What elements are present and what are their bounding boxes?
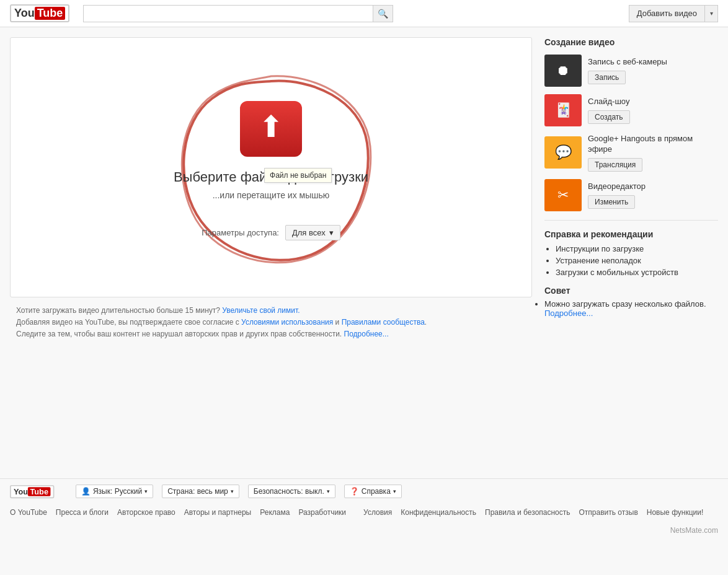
search-area: 🔍: [83, 5, 393, 22]
upload-arrow-icon: ⬆: [259, 112, 283, 142]
tip-text-pre: Можно загружать сразу несколько файлов.: [544, 299, 706, 309]
chevron-down-icon: ▾: [710, 10, 713, 17]
upload-footer: Хотите загружать видео длительностью бол…: [10, 297, 532, 345]
footer-link-privacy[interactable]: Конфиденциальность: [401, 508, 476, 517]
scissors-icon: ✂: [557, 187, 569, 203]
access-dropdown[interactable]: Для всех ▾: [285, 225, 340, 240]
footer-link-new-features[interactable]: Новые функции!: [647, 508, 704, 517]
add-video-dropdown-button[interactable]: ▾: [704, 5, 718, 22]
slideshow-card-content: Слайд-шоу Создать: [588, 97, 718, 124]
hangout-thumbnail: 💬: [544, 136, 582, 169]
footer-line2-mid: и: [333, 318, 341, 327]
footer-link-feedback[interactable]: Отправить отзыв: [579, 508, 638, 517]
footer-link-creators[interactable]: Авторы и партнеры: [184, 508, 252, 517]
hangout-card: 💬 Google+ Hangouts в прямом эфире Трансл…: [544, 134, 718, 172]
terms-link[interactable]: Условиями использования: [241, 318, 333, 327]
webcam-record-button[interactable]: Запись: [588, 71, 626, 84]
webcam-thumbnail: ⏺: [544, 55, 582, 87]
help-title: Справка и рекомендации: [544, 229, 718, 239]
slideshow-card: 🃏 Слайд-шоу Создать: [544, 94, 718, 126]
editor-thumbnail: ✂: [544, 179, 582, 211]
footer-link-copyright[interactable]: Авторское право: [117, 508, 175, 517]
help-label: Справка: [362, 487, 391, 496]
hangout-title: Google+ Hangouts в прямом эфире: [588, 134, 718, 155]
footer-link-press[interactable]: Пресса и блоги: [56, 508, 109, 517]
footer-link-terms[interactable]: Условия: [363, 508, 392, 517]
webcam-icon: ⏺: [556, 63, 570, 79]
footer-logo: YouTube: [10, 484, 62, 499]
main-content: ⬆ Выберите файлы для загрузки ...или пер…: [0, 27, 728, 354]
footer-link-about[interactable]: О YouTube: [10, 508, 47, 517]
country-label: Страна: весь мир: [167, 487, 228, 496]
logo-tube: Tube: [35, 7, 66, 20]
help-chevron-icon: ▾: [393, 488, 396, 494]
help-button[interactable]: ❓ Справка ▾: [344, 485, 402, 498]
footer-link-developers[interactable]: Разработчики: [298, 508, 346, 517]
editor-edit-button[interactable]: Изменить: [588, 195, 635, 209]
increase-limit-link[interactable]: Увеличьте свой лимит.: [222, 306, 300, 315]
header-right: Добавить видео ▾: [629, 5, 718, 22]
upload-icon: ⬆: [240, 101, 302, 157]
help-item-1: Инструкции по загрузке: [556, 244, 718, 253]
upload-box[interactable]: ⬆ Выберите файлы для загрузки ...или пер…: [10, 37, 532, 297]
add-video-button[interactable]: Добавить видео: [629, 5, 704, 22]
file-not-selected-tooltip: Файл не выбран: [264, 168, 332, 183]
access-label: Параметры доступа:: [202, 228, 279, 237]
sidebar-divider: [544, 220, 718, 221]
copyright-link[interactable]: Подробнее...: [344, 330, 389, 338]
footer-line1-pre: Хотите загружать видео длительностью бол…: [16, 306, 222, 315]
footer-logo-you: You: [14, 487, 28, 496]
hangout-icon: 💬: [555, 144, 572, 160]
header: YouTube 🔍 Добавить видео ▾: [0, 0, 728, 27]
tip-item: Можно загружать сразу несколько файлов. …: [544, 299, 718, 318]
editor-card-content: Видеоредактор Изменить: [588, 182, 718, 209]
footer-line3-pre: Следите за тем, чтобы ваш контент не нар…: [16, 330, 344, 338]
slideshow-icon: 🃏: [555, 102, 572, 118]
access-row: Параметры доступа: Для всех ▾: [202, 225, 340, 240]
footer-logo-tube: Tube: [28, 487, 50, 496]
logo-area: YouTube: [10, 4, 69, 22]
language-label: Язык: Русский: [93, 487, 142, 496]
logo-you: You: [14, 7, 35, 20]
footer-link-advertising[interactable]: Реклама: [260, 508, 290, 517]
help-item-3: Загрузки с мобильных устройств: [556, 268, 718, 277]
language-selector[interactable]: 👤 Язык: Русский ▾: [76, 485, 153, 498]
footer-line2-post: .: [425, 318, 427, 327]
creation-title: Создание видео: [544, 37, 718, 47]
country-selector[interactable]: Страна: весь мир ▾: [162, 485, 239, 498]
webcam-card: ⏺ Запись с веб-камеры Запись: [544, 55, 718, 87]
upload-section: ⬆ Выберите файлы для загрузки ...или пер…: [10, 37, 532, 345]
hangout-card-content: Google+ Hangouts в прямом эфире Трансляц…: [588, 134, 718, 172]
tip-link[interactable]: Подробнее...: [544, 309, 593, 318]
webcam-card-content: Запись с веб-камеры Запись: [588, 57, 718, 84]
search-icon: 🔍: [378, 9, 388, 19]
language-chevron-icon: ▾: [144, 488, 148, 494]
help-item-2: Устранение неполадок: [556, 256, 718, 265]
footer-line2-pre: Добавляя видео на YouTube, вы подтвержда…: [16, 318, 241, 327]
person-icon: 👤: [81, 487, 91, 496]
tip-box: Совет Можно загружать сразу несколько фа…: [544, 286, 718, 318]
slideshow-create-button[interactable]: Создать: [588, 110, 630, 124]
youtube-logo[interactable]: YouTube: [10, 4, 69, 22]
community-rules-link[interactable]: Правилами сообщества: [342, 318, 425, 327]
hangout-broadcast-button[interactable]: Трансляция: [588, 158, 642, 172]
upload-subtitle: ...или перетащите их мышью: [213, 190, 330, 200]
safety-selector[interactable]: Безопасность: выкл. ▾: [248, 485, 335, 498]
footer-bar: YouTube 👤 Язык: Русский ▾ Страна: весь м…: [0, 478, 728, 504]
safety-label: Безопасность: выкл.: [254, 487, 324, 496]
access-value: Для всех: [292, 228, 326, 237]
help-list: Инструкции по загрузке Устранение непола…: [544, 244, 718, 277]
editor-card: ✂ Видеоредактор Изменить: [544, 179, 718, 211]
help-circle-icon: ❓: [350, 487, 359, 496]
netsmate-watermark: NetsMate.com: [0, 524, 728, 537]
safety-chevron-icon: ▾: [327, 488, 330, 494]
slideshow-title: Слайд-шоу: [588, 97, 718, 107]
search-input[interactable]: [83, 5, 372, 22]
editor-title: Видеоредактор: [588, 182, 718, 192]
upload-icon-container: ⬆: [240, 101, 302, 157]
footer-link-policy[interactable]: Правила и безопасность: [485, 508, 570, 517]
sidebar: Создание видео ⏺ Запись с веб-камеры Зап…: [544, 37, 718, 345]
slideshow-thumbnail: 🃏: [544, 94, 582, 126]
search-button[interactable]: 🔍: [373, 5, 394, 22]
footer-links: О YouTube Пресса и блоги Авторское право…: [0, 504, 728, 524]
